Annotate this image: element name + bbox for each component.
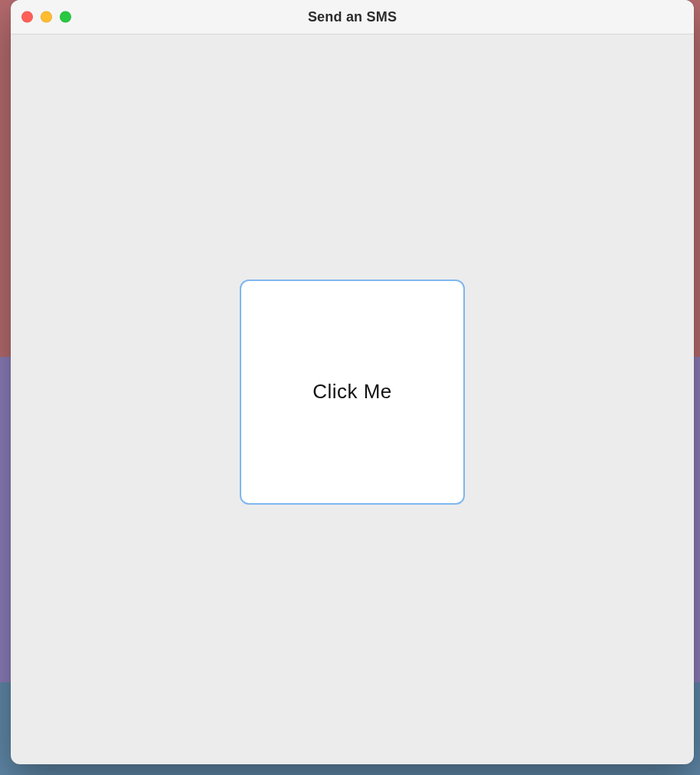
close-icon[interactable]	[21, 11, 33, 23]
desktop-background: Send an SMS Click Me	[0, 0, 700, 775]
minimize-icon[interactable]	[41, 11, 52, 23]
zoom-icon[interactable]	[60, 11, 71, 23]
window-content: Click Me	[11, 34, 694, 764]
window-title: Send an SMS	[308, 9, 397, 25]
click-me-button-label: Click Me	[312, 380, 392, 404]
click-me-button[interactable]: Click Me	[240, 280, 465, 505]
traffic-lights	[21, 11, 71, 23]
app-window: Send an SMS Click Me	[11, 0, 694, 764]
titlebar: Send an SMS	[11, 0, 694, 34]
